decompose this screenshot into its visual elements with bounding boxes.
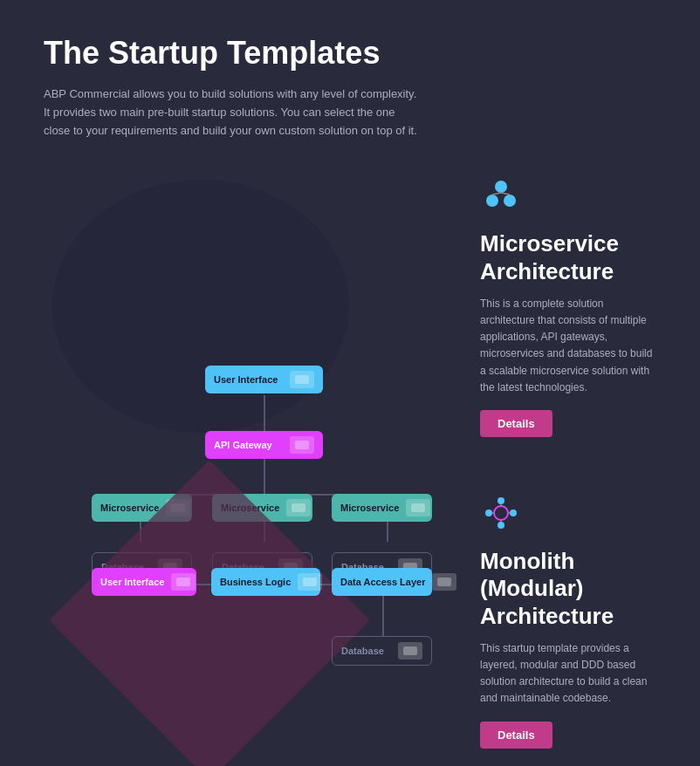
mono-logic-chip: Business Logic [211,568,320,596]
mono-db-icon [398,642,422,660]
monolith-diagram: User Interface Business Logic Data Acces… [44,489,445,751]
mono-db-chip: Database [332,636,432,666]
ui-chip-icon [290,371,314,388]
microservice-section: User Interface API Gateway Microservice … [44,174,656,437]
svg-point-1 [486,195,498,207]
svg-point-0 [495,181,507,193]
monolith-info: Monolith (Modular) Architecture This sta… [480,492,656,748]
connector-ui-gateway [264,395,265,434]
svg-point-9 [510,510,517,516]
mono-ui-icon [171,573,196,591]
monolith-title: Monolith (Modular) Architecture [480,548,656,630]
mono-dal-chip: Data Access Layer [332,568,432,596]
gateway-chip-icon [290,436,314,454]
microservice-desc: This is a complete solution architecture… [480,296,656,396]
svg-point-2 [504,195,516,207]
monolith-section: User Interface Business Logic Data Acces… [44,489,656,751]
mono-db-label: Database [341,646,384,656]
mono-ui-label: User Interface [100,577,164,587]
microservice-info: Microservice Architecture This is a comp… [480,174,656,437]
mono-logic-icon [298,573,322,591]
mono-logic-label: Business Logic [220,577,291,587]
microservice-icon [480,174,656,220]
microservice-title: Microservice Architecture [480,230,656,284]
gateway-chip-label: API Gateway [214,440,272,450]
diamond-bg [49,460,370,766]
mono-ui-chip: User Interface [92,568,196,596]
gateway-chip: API Gateway [205,431,323,459]
svg-point-8 [485,510,492,516]
ui-chip: User Interface [205,366,323,393]
ui-chip-label: User Interface [214,374,278,385]
svg-point-5 [494,506,508,520]
monolith-details-btn[interactable]: Details [480,722,552,749]
mono-dal-label: Data Access Layer [340,577,425,587]
monolith-icon [480,492,656,537]
monolith-desc: This startup template provides a layered… [480,640,656,708]
svg-point-7 [498,522,504,529]
page-description: ABP Commercial allows you to build solut… [44,85,419,140]
micro-bg-circle [52,180,349,433]
svg-point-6 [498,497,504,504]
page-title: The Startup Templates [44,35,656,72]
mono-dal-icon [432,573,456,591]
svg-line-3 [492,193,501,195]
connector-gateway-ms [264,459,265,494]
microservice-details-btn[interactable]: Details [480,410,552,437]
microservice-diagram: User Interface API Gateway Microservice … [44,175,445,437]
svg-line-4 [501,193,510,195]
